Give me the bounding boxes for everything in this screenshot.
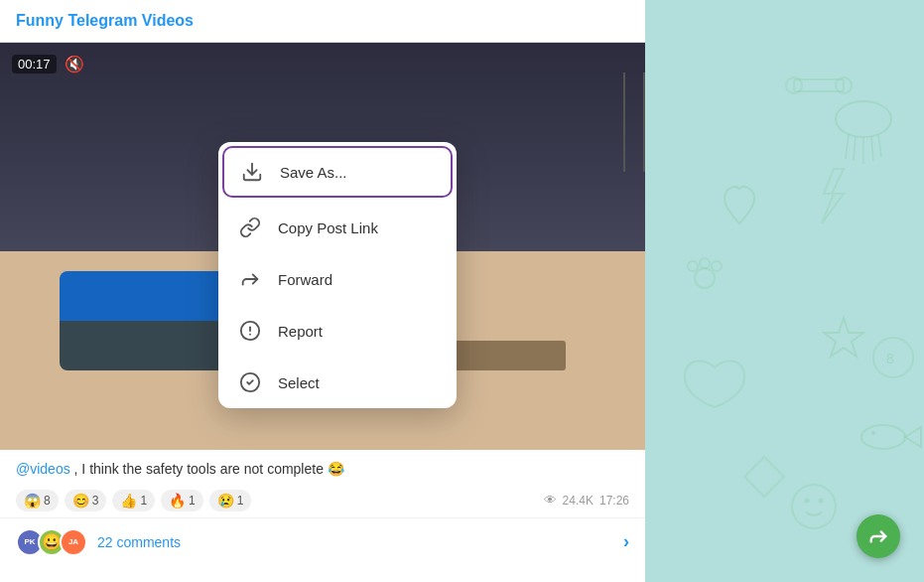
channel-title[interactable]: Funny Telegram Videos bbox=[16, 12, 194, 29]
cry-emoji: 😢 bbox=[217, 493, 234, 509]
post-caption-text: , I think the safety tools are not compl… bbox=[74, 461, 344, 477]
menu-item-report-label: Report bbox=[278, 323, 323, 340]
svg-point-25 bbox=[805, 499, 810, 504]
avatars-group: PK 😀 JA bbox=[16, 528, 87, 556]
svg-point-23 bbox=[712, 261, 722, 271]
svg-point-16 bbox=[871, 431, 875, 435]
menu-item-copy-link[interactable]: Copy Post Link bbox=[218, 202, 457, 253]
post-mention[interactable]: @videos bbox=[16, 461, 70, 477]
svg-point-26 bbox=[819, 499, 824, 504]
reaction-fire[interactable]: 🔥 1 bbox=[161, 490, 203, 511]
channel-header: Funny Telegram Videos bbox=[0, 0, 645, 43]
svg-point-21 bbox=[688, 261, 698, 271]
context-menu: Save As... Copy Post Link bbox=[218, 142, 457, 408]
reaction-smile[interactable]: 😊 3 bbox=[65, 490, 107, 511]
svg-point-5 bbox=[836, 101, 891, 137]
svg-marker-11 bbox=[824, 318, 863, 357]
svg-point-15 bbox=[861, 425, 905, 449]
smile-emoji: 😊 bbox=[72, 493, 89, 509]
reaction-shocked[interactable]: 😱 8 bbox=[16, 490, 59, 511]
svg-marker-17 bbox=[744, 457, 784, 497]
decoration-pattern: 8 bbox=[645, 0, 924, 582]
svg-point-22 bbox=[700, 258, 710, 268]
menu-item-select[interactable]: Select bbox=[218, 357, 457, 408]
shocked-count: 8 bbox=[44, 494, 51, 508]
comments-chevron: › bbox=[623, 531, 629, 552]
menu-item-forward-label: Forward bbox=[278, 271, 332, 288]
video-container[interactable]: 00:17 🔇 t.me/videos bbox=[0, 43, 645, 450]
menu-item-save-as-label: Save As... bbox=[280, 164, 347, 181]
views-icon: 👁 bbox=[544, 493, 557, 508]
chat-panel: Funny Telegram Videos 00:17 🔇 t.me/video… bbox=[0, 0, 645, 582]
post-meta: 👁 24.4K 17:26 bbox=[544, 493, 629, 508]
forward-icon bbox=[238, 267, 262, 291]
svg-line-10 bbox=[878, 134, 881, 157]
menu-item-copy-link-label: Copy Post Link bbox=[278, 219, 378, 236]
report-icon bbox=[238, 319, 262, 343]
post-caption: @videos , I think the safety tools are n… bbox=[16, 460, 629, 480]
cry-count: 1 bbox=[237, 494, 244, 508]
avatar-ja: JA bbox=[60, 528, 87, 556]
menu-item-save-as[interactable]: Save As... bbox=[222, 146, 453, 198]
svg-line-6 bbox=[846, 134, 849, 159]
svg-point-24 bbox=[792, 485, 836, 528]
menu-item-forward[interactable]: Forward bbox=[218, 253, 457, 305]
comments-left: PK 😀 JA 22 comments bbox=[16, 528, 181, 556]
fire-emoji: 🔥 bbox=[169, 493, 186, 509]
svg-line-9 bbox=[871, 136, 873, 161]
comments-row[interactable]: PK 😀 JA 22 comments › bbox=[0, 517, 645, 566]
menu-item-select-label: Select bbox=[278, 374, 320, 391]
copy-link-icon bbox=[238, 216, 262, 239]
post-time: 17:26 bbox=[599, 494, 629, 508]
right-panel: 8 bbox=[645, 0, 924, 582]
select-icon bbox=[238, 370, 262, 394]
smile-count: 3 bbox=[92, 494, 99, 508]
menu-item-report[interactable]: Report bbox=[218, 305, 457, 357]
comments-label: 22 comments bbox=[97, 534, 181, 550]
svg-line-7 bbox=[854, 136, 856, 161]
svg-point-20 bbox=[695, 268, 715, 288]
reaction-thumbsup[interactable]: 👍 1 bbox=[112, 490, 155, 511]
view-count: 24.4K bbox=[563, 494, 594, 508]
context-menu-overlay: Save As... Copy Post Link bbox=[0, 43, 645, 450]
save-as-icon bbox=[240, 160, 264, 184]
forward-button[interactable] bbox=[857, 514, 900, 558]
shocked-emoji: 😱 bbox=[24, 493, 41, 509]
svg-text:8: 8 bbox=[886, 351, 894, 366]
post-info: @videos , I think the safety tools are n… bbox=[0, 450, 645, 486]
reaction-cry[interactable]: 😢 1 bbox=[209, 490, 252, 511]
fire-count: 1 bbox=[189, 494, 196, 508]
thumbsup-emoji: 👍 bbox=[120, 493, 137, 509]
reactions-row: 😱 8 😊 3 👍 1 🔥 1 😢 1 bbox=[16, 490, 251, 511]
thumbsup-count: 1 bbox=[140, 494, 147, 508]
